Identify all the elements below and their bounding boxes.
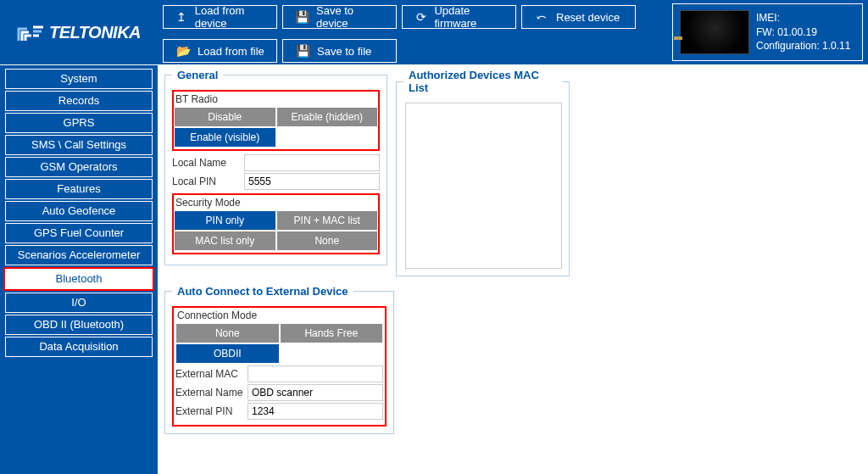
auto-connect-fieldset: Auto Connect to External Device Connecti… [164,285,394,434]
sidebar-item[interactable]: OBD II (Bluetooth) [5,315,153,335]
brand-logo: TELTONIKA [0,0,158,64]
upload-icon: ↥ [175,10,188,24]
sidebar-item-bluetooth[interactable]: Bluetooth [5,269,153,289]
security-mode-highlight: Security Mode PIN only PIN + MAC list MA… [172,193,380,254]
security-mode-label: Security Mode [175,197,376,209]
sidebar: System Records GPRS SMS \ Call Settings … [0,65,158,474]
external-pin-label: External PIN [175,405,248,417]
sidebar-item[interactable]: System [5,69,153,89]
external-name-label: External Name [175,387,248,399]
connection-mode-label: Connection Mode [177,309,381,321]
load-from-device-button[interactable]: ↥ Load from device [163,5,277,29]
bt-radio-option-hidden[interactable]: Enable (hidden) [276,107,379,127]
secmode-option-none[interactable]: None [276,231,379,251]
app-header: TELTONIKA ↥ Load from device 💾 Save to d… [0,0,868,64]
external-mac-label: External MAC [175,368,248,380]
reset-icon: ⤺ [534,10,549,24]
save-to-device-button[interactable]: 💾 Save to device [282,5,397,29]
sidebar-item[interactable]: GPRS [5,113,153,133]
external-mac-input[interactable] [248,365,383,382]
sidebar-item-highlight: Bluetooth [3,267,154,291]
save-to-file-button[interactable]: 💾 Save to file [282,39,397,63]
open-icon: 📂 [175,44,191,58]
local-pin-label: Local PIN [172,176,244,187]
mac-list-fieldset: Authorized Devices MAC List [396,69,570,276]
content-area: General BT Radio Disable Enable (hidden)… [158,65,868,474]
local-pin-input[interactable] [244,173,380,190]
device-info-panel: IMEI: FW: 01.00.19 Configuration: 1.0.11 [672,3,863,61]
auto-connect-highlight: Connection Mode None Hands Free OBDII Ex… [172,306,387,427]
connmode-option-none[interactable]: None [175,323,280,343]
bt-radio-label: BT Radio [175,93,376,105]
mac-list-box[interactable] [405,103,562,269]
device-info-text: IMEI: FW: 01.00.19 Configuration: 1.0.11 [756,11,850,53]
secmode-option-pin-only[interactable]: PIN only [174,210,276,231]
sidebar-item[interactable]: Auto Geofence [5,201,153,221]
external-pin-input[interactable] [248,403,383,420]
sidebar-item[interactable]: I/O [5,293,153,313]
local-name-input[interactable] [244,154,380,171]
bt-radio-option-disable[interactable]: Disable [174,107,276,127]
connmode-option-obdii[interactable]: OBDII [175,343,280,364]
mac-list-legend: Authorized Devices MAC List [403,69,562,94]
sidebar-item[interactable]: Data Acquisition [5,337,153,357]
bt-radio-option-visible[interactable]: Enable (visible) [174,127,276,148]
general-legend: General [172,69,223,81]
local-name-label: Local Name [172,157,244,169]
auto-connect-legend: Auto Connect to External Device [172,285,353,298]
device-image [680,10,749,54]
secmode-option-mac-only[interactable]: MAC list only [174,231,276,251]
sidebar-item[interactable]: Features [5,179,153,199]
save-icon: 💾 [295,10,309,24]
sidebar-item[interactable]: GSM Operators [5,157,153,177]
sidebar-item[interactable]: Records [5,91,153,111]
toolbar: ↥ Load from device 💾 Save to device ⟳ Up… [158,0,672,64]
reset-device-button[interactable]: ⤺ Reset device [521,5,636,29]
sidebar-item[interactable]: SMS \ Call Settings [5,135,153,155]
bt-radio-highlight: BT Radio Disable Enable (hidden) Enable … [172,90,380,151]
update-firmware-button[interactable]: ⟳ Update firmware [402,5,516,29]
connmode-option-hands-free[interactable]: Hands Free [280,323,384,343]
general-fieldset: General BT Radio Disable Enable (hidden)… [164,69,387,265]
savefile-icon: 💾 [295,44,310,58]
update-icon: ⟳ [415,10,427,24]
secmode-option-pin-mac[interactable]: PIN + MAC list [276,210,379,231]
teltonika-icon [17,20,46,44]
load-from-file-button[interactable]: 📂 Load from file [163,39,277,63]
external-name-input[interactable] [248,384,383,401]
sidebar-item[interactable]: Scenarios Accelerometer [5,245,153,265]
sidebar-item[interactable]: GPS Fuel Counter [5,223,153,243]
brand-text: TELTONIKA [49,23,141,42]
